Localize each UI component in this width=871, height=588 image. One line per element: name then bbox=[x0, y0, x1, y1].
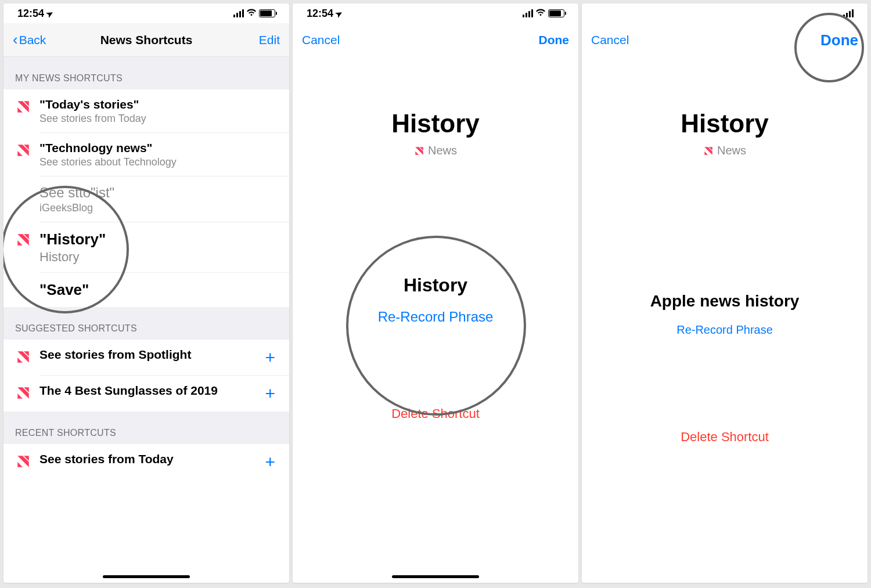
suggested-title: See stories from Spotlight bbox=[39, 348, 254, 362]
back-label: Back bbox=[19, 33, 46, 47]
hero-app: News bbox=[414, 144, 457, 157]
recent-row[interactable]: See stories from Today + bbox=[3, 444, 289, 480]
location-icon bbox=[336, 8, 343, 20]
shortcut-row[interactable]: "Save" bbox=[3, 273, 289, 307]
shortcut-row-history[interactable]: "History" History bbox=[3, 222, 289, 273]
shortcut-row[interactable]: See stto"ist" iGeeksBlog bbox=[3, 176, 289, 222]
home-indicator[interactable] bbox=[392, 575, 479, 578]
hero-title: History bbox=[582, 109, 868, 138]
news-icon bbox=[15, 453, 31, 470]
hero-app-label: News bbox=[428, 144, 457, 157]
hero-app-label: News bbox=[717, 144, 746, 157]
re-record-button[interactable]: Re-Record Phrase bbox=[293, 309, 578, 325]
wifi-icon bbox=[246, 8, 257, 19]
section-header-suggested: SUGGESTED SHORTCUTS bbox=[3, 307, 289, 340]
edit-button[interactable]: Edit bbox=[259, 33, 280, 47]
home-indicator[interactable] bbox=[103, 575, 190, 578]
suggested-title: The 4 Best Sunglasses of 2019 bbox=[39, 384, 254, 398]
section-header-recent: RECENT SHORTCUTS bbox=[3, 412, 289, 444]
status-time: 12:54 bbox=[17, 8, 44, 20]
re-record-button[interactable]: Re-Record Phrase bbox=[582, 323, 868, 337]
suggested-row[interactable]: See stories from Spotlight + bbox=[3, 340, 289, 376]
page-title: News Shortcuts bbox=[100, 33, 193, 47]
phrase-block: Apple news history Re-Record Phrase bbox=[582, 292, 868, 337]
battery-icon bbox=[548, 9, 564, 17]
done-button[interactable]: Done bbox=[539, 33, 570, 47]
delete-shortcut-button[interactable]: Delete Shortcut bbox=[293, 406, 578, 421]
wifi-icon bbox=[535, 8, 546, 19]
status-bar: 12:54 bbox=[293, 3, 578, 23]
news-icon bbox=[15, 99, 31, 115]
news-icon bbox=[15, 142, 31, 158]
shortcut-title: "Save" bbox=[39, 281, 278, 299]
back-button[interactable]: ‹ Back bbox=[13, 31, 46, 49]
add-button[interactable]: + bbox=[262, 384, 278, 403]
news-icon bbox=[414, 146, 424, 156]
section-header-my: MY NEWS SHORTCUTS bbox=[3, 57, 289, 89]
nav-bar: Cancel Done bbox=[582, 23, 868, 57]
hero: History News bbox=[293, 57, 578, 158]
screen-edit-phrase: 12:54 Cancel Done History News History R… bbox=[293, 3, 578, 583]
delete-shortcut-button[interactable]: Delete Shortcut bbox=[582, 430, 868, 445]
nav-bar: ‹ Back News Shortcuts Edit bbox=[3, 23, 289, 57]
cancel-button[interactable]: Cancel bbox=[302, 33, 340, 47]
cell-signal-icon bbox=[233, 9, 244, 17]
status-bar: 12:54 bbox=[3, 3, 289, 23]
shortcut-title: "Technology news" bbox=[39, 141, 278, 155]
nav-bar: Cancel Done bbox=[293, 23, 578, 57]
status-time: 12:54 bbox=[307, 8, 333, 20]
hero-app: News bbox=[703, 144, 746, 157]
chevron-left-icon: ‹ bbox=[13, 31, 18, 49]
shortcut-sub: See stories from Today bbox=[39, 113, 278, 125]
hero: History News bbox=[582, 57, 868, 158]
cell-signal-icon bbox=[843, 9, 854, 17]
cell-signal-icon bbox=[523, 9, 533, 17]
shortcut-title: "History" bbox=[39, 230, 278, 248]
suggested-list: See stories from Spotlight + The 4 Best … bbox=[3, 340, 289, 412]
shortcut-sub: iGeeksBlog bbox=[39, 202, 278, 214]
phrase-text: History bbox=[293, 275, 578, 296]
phrase-text: Apple news history bbox=[582, 292, 868, 311]
news-icon bbox=[15, 232, 31, 248]
hero-title: History bbox=[293, 109, 578, 138]
suggested-row[interactable]: The 4 Best Sunglasses of 2019 + bbox=[3, 376, 289, 412]
my-shortcuts-list: "Today's stories" See stories from Today… bbox=[3, 89, 289, 307]
news-icon bbox=[15, 385, 31, 401]
battery-icon bbox=[259, 9, 275, 17]
shortcut-row[interactable]: "Today's stories" See stories from Today bbox=[3, 89, 289, 133]
news-icon bbox=[703, 146, 714, 156]
shortcut-row[interactable]: "Technology news" See stories about Tech… bbox=[3, 133, 289, 176]
screen-edit-phrase-renamed: Cancel Done History News Apple news hist… bbox=[582, 3, 868, 583]
cancel-button[interactable]: Cancel bbox=[591, 33, 629, 47]
shortcut-title: See stto"ist" bbox=[39, 185, 278, 201]
highlight-circle bbox=[346, 236, 526, 416]
location-icon bbox=[46, 8, 53, 20]
shortcut-title: "Today's stories" bbox=[39, 98, 278, 111]
add-button[interactable]: + bbox=[262, 452, 278, 472]
screen-news-shortcuts: 12:54 ‹ Back News Shortcuts Edit MY NEWS… bbox=[3, 3, 289, 583]
shortcut-sub: See stories about Technology bbox=[39, 156, 278, 168]
shortcut-sub: History bbox=[39, 250, 278, 265]
phrase-block: History Re-Record Phrase bbox=[293, 275, 578, 325]
recent-title: See stories from Today bbox=[39, 452, 254, 466]
add-button[interactable]: + bbox=[262, 348, 278, 367]
status-bar bbox=[582, 3, 868, 23]
news-icon bbox=[15, 349, 31, 365]
done-button[interactable]: Done bbox=[820, 31, 858, 49]
recent-list: See stories from Today + bbox=[3, 444, 289, 480]
